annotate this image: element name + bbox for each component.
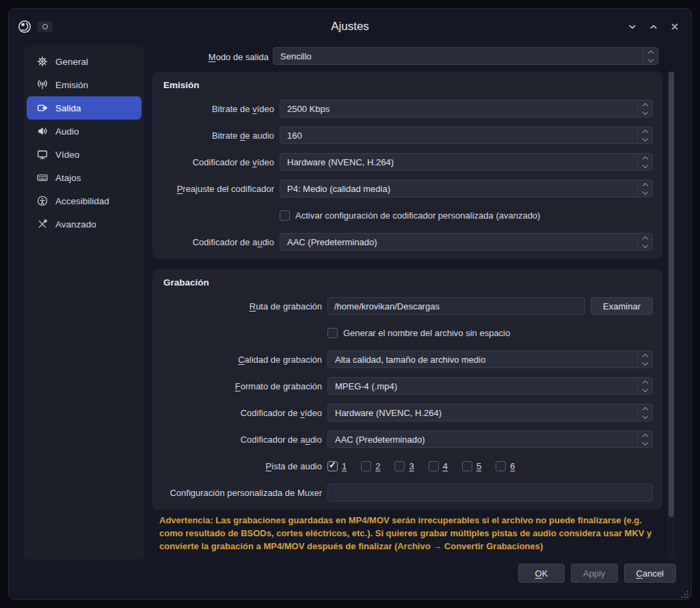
dialog-buttons: OK Apply Cancel — [518, 564, 676, 583]
encoder-preset-value: P4: Medio (calidad media) — [287, 184, 390, 194]
recording-section-title: Grabación — [163, 277, 653, 288]
audio-track-4-label: 4 — [443, 461, 448, 471]
rec-audio-encoder-value: AAC (Predeterminado) — [335, 434, 425, 445]
audio-track-4-checkbox[interactable] — [429, 461, 439, 471]
sidebar-item-label: Emisión — [55, 80, 88, 90]
recording-quality-label: Calidad de grabación — [162, 355, 322, 365]
recording-format-warning: Advertencia: Las grabaciones guardadas e… — [159, 514, 667, 553]
audio-bitrate-label: Bitrate de audio — [162, 130, 274, 141]
resize-grip-icon[interactable] — [680, 589, 689, 598]
apply-button[interactable]: Apply — [571, 564, 618, 583]
muxer-settings-input[interactable] — [327, 484, 653, 501]
titlebar-circle-button[interactable] — [38, 21, 53, 32]
maximize-button[interactable] — [646, 19, 661, 34]
shade-button[interactable] — [625, 19, 640, 34]
recording-path-input[interactable] — [327, 297, 585, 315]
display-icon — [37, 149, 48, 160]
encoder-preset-select[interactable]: P4: Medio (calidad media) — [280, 180, 653, 197]
sidebar-item-avanzado[interactable]: Avanzado — [27, 212, 142, 236]
audio-track-2-checkbox[interactable] — [361, 461, 371, 471]
output-mode-select[interactable]: Sencillo — [273, 47, 658, 65]
spinner-arrows-icon — [637, 180, 652, 197]
stream-audio-encoder-select[interactable]: AAC (Predeterminado) — [280, 233, 653, 251]
video-bitrate-label: Bitrate de vídeo — [162, 104, 274, 114]
output-mode-label: Modo de salida — [144, 52, 269, 62]
filename-no-space-checkbox[interactable] — [327, 328, 338, 338]
audio-bitrate-select[interactable]: 160 — [280, 126, 653, 144]
audio-bitrate-value: 160 — [287, 130, 302, 141]
spinner-arrows-icon — [637, 154, 652, 170]
custom-encoder-checkbox[interactable] — [280, 210, 290, 221]
sidebar-item-label: Audio — [55, 126, 79, 137]
scrollbar-thumb[interactable] — [669, 72, 674, 517]
audio-tracks-label: Pista de audio — [162, 461, 322, 471]
stream-video-encoder-value: Hardware (NVENC, H.264) — [287, 157, 394, 167]
rec-video-encoder-label: Codificador de vídeo — [162, 408, 322, 418]
stream-video-encoder-select[interactable]: Hardware (NVENC, H.264) — [280, 153, 653, 171]
sidebar-item-atajos[interactable]: Atajos — [27, 166, 142, 189]
spinner-arrows-icon — [637, 404, 652, 421]
sidebar-item-audio[interactable]: Audio — [27, 120, 142, 143]
audio-track-5-checkbox[interactable] — [462, 461, 472, 471]
chevron-down-icon — [627, 21, 638, 32]
broadcast-icon — [37, 79, 48, 90]
audio-track-3-label: 3 — [409, 461, 414, 471]
gear-icon — [37, 56, 48, 67]
recording-quality-value: Alta calidad, tamaño de archivo medio — [335, 355, 485, 365]
titlebar[interactable]: Ajustes — [9, 9, 691, 44]
custom-encoder-checkbox-label[interactable]: Activar configuración de codificador per… — [295, 210, 540, 221]
stream-video-encoder-label: Codificador de vídeo — [162, 157, 274, 167]
sidebar-item-salida[interactable]: Salida — [27, 96, 142, 120]
spinner-arrows-icon — [637, 127, 652, 143]
sidebar-item-label: General — [55, 57, 88, 67]
recording-path-label: Ruta de grabación — [162, 301, 322, 312]
ok-button[interactable]: OK — [518, 564, 565, 583]
sidebar-item-accesibilidad[interactable]: Accesibilidad — [27, 189, 142, 212]
rec-video-encoder-select[interactable]: Hardware (NVENC, H.264) — [327, 404, 653, 422]
audio-track-6-checkbox[interactable] — [496, 461, 506, 471]
stream-audio-encoder-value: AAC (Predeterminado) — [287, 237, 377, 247]
accessibility-icon — [37, 195, 48, 206]
audio-track-6-label: 6 — [510, 461, 515, 471]
output-mode-value: Sencillo — [280, 51, 312, 61]
muxer-settings-label: Configuración personalizada de Muxer — [162, 488, 322, 498]
browse-button[interactable]: Examinar — [591, 297, 653, 315]
video-bitrate-select[interactable]: 2500 Kbps — [280, 100, 653, 118]
rec-audio-encoder-label: Codificador de audio — [162, 434, 322, 445]
rec-video-encoder-value: Hardware (NVENC, H.264) — [335, 408, 442, 418]
recording-section: Grabación Ruta de grabación Examinar Gen… — [152, 269, 662, 510]
sidebar-item-emision[interactable]: Emisión — [27, 73, 142, 96]
spinner-arrows-icon — [637, 234, 652, 250]
tools-icon — [37, 219, 48, 230]
speaker-icon — [37, 126, 48, 137]
dropdown-arrows-icon — [643, 48, 658, 64]
close-button[interactable] — [667, 19, 682, 34]
circle-icon — [42, 24, 48, 29]
cancel-button[interactable]: Cancel — [624, 564, 676, 583]
chevron-up-icon — [648, 21, 659, 32]
audio-track-3-checkbox[interactable] — [394, 461, 405, 471]
sidebar-item-label: Salida — [55, 103, 81, 113]
spinner-arrows-icon — [637, 378, 652, 394]
sidebar-item-label: Accesibilidad — [55, 196, 109, 206]
sidebar-item-label: Avanzado — [55, 219, 96, 230]
stream-audio-encoder-label: Codificador de audio — [162, 237, 274, 247]
audio-track-1-checkbox[interactable] — [327, 461, 338, 471]
spinner-arrows-icon — [637, 100, 652, 117]
spinner-arrows-icon — [637, 431, 652, 447]
streaming-section: Emisión Bitrate de vídeo 2500 Kbps Bitra… — [152, 72, 662, 259]
sidebar-item-general[interactable]: General — [27, 50, 142, 73]
recording-format-select[interactable]: MPEG-4 (.mp4) — [327, 377, 653, 395]
rec-audio-encoder-select[interactable]: AAC (Predeterminado) — [327, 430, 653, 448]
obs-logo-icon — [18, 20, 31, 33]
recording-format-value: MPEG-4 (.mp4) — [335, 381, 397, 391]
audio-track-2-label: 2 — [375, 461, 380, 471]
output-icon — [37, 102, 48, 113]
recording-quality-select[interactable]: Alta calidad, tamaño de archivo medio — [327, 350, 653, 368]
audio-track-1-label: 1 — [342, 461, 347, 471]
sidebar-item-video[interactable]: Vídeo — [27, 143, 142, 166]
settings-window: Ajustes — [8, 8, 692, 600]
keyboard-icon — [37, 172, 48, 183]
scrollbar[interactable] — [667, 70, 675, 559]
filename-no-space-checkbox-label[interactable]: Generar el nombre del archivo sin espaci… — [343, 328, 510, 338]
